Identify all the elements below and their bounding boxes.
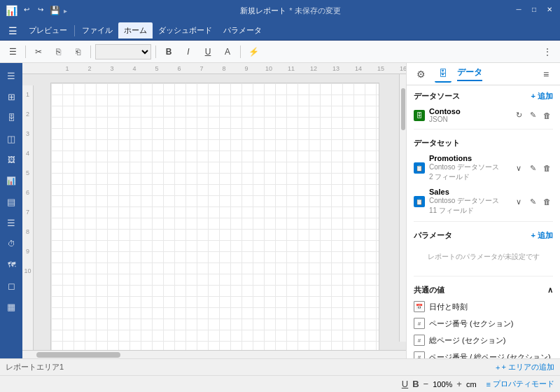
panel-tab-settings[interactable]: ⚙	[412, 66, 429, 83]
datasource-delete-btn[interactable]: 🗑	[540, 109, 553, 122]
h-scrollbar[interactable]	[22, 350, 406, 358]
dataset-promotions-info: Promotions Contoso データソース 2 フィールド	[429, 154, 508, 182]
redo-btn[interactable]: ↪	[36, 6, 46, 15]
zoom-in-btn[interactable]: +	[456, 379, 462, 389]
menu-home[interactable]: ホーム	[118, 22, 153, 38]
datasource-refresh-btn[interactable]: ↻	[512, 109, 525, 122]
sidebar-icon-menu[interactable]: ☰	[1, 66, 21, 85]
panel-tab-data[interactable]: 🗄	[435, 66, 451, 83]
ruler-num-8: 8	[213, 65, 235, 72]
sidebar-icon-table[interactable]: ▤	[1, 192, 21, 211]
cv-total-pages[interactable]: # 総ページ (セクション)	[407, 332, 560, 349]
sidebar-icon-gauge[interactable]: ⏱	[1, 234, 21, 253]
menu-bar: ☰ プレビュー ファイル ホーム ダッシュボード パラメータ	[0, 21, 560, 41]
add-area-icon: +	[496, 363, 500, 372]
ruler-v-3: 3	[26, 130, 29, 137]
toolbar-copy-btn[interactable]: ⎘	[50, 43, 66, 60]
dataset-sales-info: Sales Contoso データソース 11 フィールド	[429, 188, 508, 216]
separator-1	[74, 25, 75, 36]
report-canvas[interactable]	[50, 83, 379, 350]
status-right: + + エリアの追加	[496, 362, 554, 372]
toolbar-more-btn[interactable]: ⋮	[539, 43, 556, 60]
sidebar-icon-image[interactable]: 🖼	[1, 150, 21, 169]
datasource-actions: ↻ ✎ 🗑	[512, 109, 553, 122]
dataset-sales: 📋 Sales Contoso データソース 11 フィールド ∨ ✎ 🗑	[407, 185, 560, 218]
ruler-num-6: 6	[168, 65, 190, 72]
ruler-numbers: 1 2 3 4 5 6 7 8 9 10 11 12 13 14 15 16 1…	[56, 65, 406, 72]
common-values-header: 共通の値 ∧	[407, 279, 560, 298]
parameters-label: パラメータ	[414, 230, 452, 241]
sidebar-icon-layers[interactable]: ◫	[1, 129, 21, 148]
cv-page-number[interactable]: # ページ番号 (セクション)	[407, 315, 560, 332]
cv-page-of-total-label: ページ番号 / 総ページ (セクション)	[429, 352, 551, 359]
minimize-btn[interactable]: ─	[514, 6, 524, 15]
cv-datetime-icon: 📅	[414, 301, 425, 312]
sidebar-icon-shape[interactable]: ◻	[1, 276, 21, 295]
canvas-viewport	[34, 74, 406, 350]
dataset-promotions-edit-btn[interactable]: ✎	[526, 162, 539, 174]
menu-dashboard[interactable]: ダッシュボード	[153, 22, 218, 38]
ruler-num-2: 2	[78, 65, 101, 72]
bold-btn[interactable]: B	[412, 379, 419, 389]
zoom-out-btn[interactable]: −	[424, 379, 429, 389]
ruler-v-7: 7	[26, 209, 29, 216]
toolbar-italic-btn[interactable]: I	[180, 43, 197, 60]
parameters-empty-text: レポートのパラメータが未設定です	[414, 246, 553, 267]
common-values-collapse-btn[interactable]: ∧	[547, 286, 553, 295]
toolbar-hamburger-btn[interactable]: ☰	[4, 43, 21, 60]
ruler-v-8: 8	[26, 228, 29, 235]
font-select[interactable]	[95, 44, 151, 59]
v-scrollbar-thumb[interactable]	[401, 88, 405, 130]
maximize-btn[interactable]: □	[529, 6, 539, 15]
parameters-add-btn[interactable]: + 追加	[531, 230, 553, 241]
v-scrollbar[interactable]	[399, 74, 406, 342]
dataset-sales-delete-btn[interactable]: 🗑	[540, 195, 553, 208]
toolbar-bold-btn[interactable]: B	[160, 43, 177, 60]
app-logo-icon: 📊	[6, 5, 18, 16]
dataset-promotions-delete-btn[interactable]: 🗑	[540, 162, 553, 174]
menu-hamburger[interactable]: ☰	[3, 22, 23, 39]
cv-datetime[interactable]: 📅 日付と時刻	[407, 298, 560, 315]
datasource-info: Contoso JSON	[429, 107, 508, 123]
sidebar-icon-map[interactable]: 🗺	[1, 255, 21, 274]
toolbar-sep-4	[240, 46, 241, 58]
sidebar-icon-list[interactable]: ☰	[1, 213, 21, 232]
undo-btn[interactable]: ↩	[22, 6, 31, 15]
ruler-vertical: 1 2 3 4 5 6 7 8 9 10	[22, 85, 34, 350]
title-bar: 📊 ↩ ↪ 💾 ▸ 新規レポート * 未保存の変更 ─ □ ✕	[0, 0, 560, 21]
status-left: レポートエリア1	[6, 362, 64, 372]
main-layout: ☰ ⊞ 🗄 ◫ 🖼 📊 ▤ ☰ ⏱ 🗺 ◻ ▦ 1 2 3 4 5 6 7 8 …	[0, 63, 560, 358]
title-bar-right: ─ □ ✕	[514, 6, 554, 15]
dataset-sales-edit-btn[interactable]: ✎	[526, 195, 539, 208]
add-area-btn[interactable]: + + エリアの追加	[496, 362, 554, 372]
dataset-promotions-expand-btn[interactable]: ∨	[512, 162, 525, 174]
h-scrollbar-thumb[interactable]	[36, 352, 120, 358]
preview-btn[interactable]: プレビュー	[23, 22, 73, 38]
underline-btn[interactable]: U	[402, 379, 408, 389]
panel-tab-layout[interactable]: ≡	[538, 66, 554, 83]
toolbar-underline-btn[interactable]: U	[200, 43, 216, 60]
datasources-add-btn[interactable]: + 追加	[531, 91, 553, 102]
datasource-edit-btn[interactable]: ✎	[526, 109, 539, 122]
panel-tab-data-label[interactable]: データ	[457, 66, 482, 81]
menu-parameters[interactable]: パラメータ	[218, 22, 267, 38]
properties-mode-btn[interactable]: ≡ プロパティモード	[486, 379, 554, 389]
dataset-promotions: 📋 Promotions Contoso データソース 2 フィールド ∨ ✎ …	[407, 151, 560, 185]
sidebar-icon-chart[interactable]: 📊	[1, 171, 21, 190]
toolbar-cut-btn[interactable]: ✂	[30, 43, 47, 60]
menu-file[interactable]: ファイル	[76, 22, 118, 38]
toolbar-font-color-btn[interactable]: A	[219, 43, 236, 60]
save-icon[interactable]: 💾	[50, 6, 59, 15]
toolbar-paste-btn[interactable]: ⎗	[69, 43, 86, 60]
dataset-sales-expand-btn[interactable]: ∨	[512, 195, 525, 208]
sidebar-icon-grid[interactable]: ⊞	[1, 87, 21, 106]
sidebar-icon-data[interactable]: 🗄	[1, 108, 21, 127]
datasource-type: JSON	[429, 115, 508, 123]
cv-total-pages-label: 総ページ (セクション)	[429, 335, 505, 346]
ruler-num-1: 1	[56, 65, 78, 72]
toolbar-effects-btn[interactable]: ⚡	[245, 43, 262, 60]
close-btn[interactable]: ✕	[545, 6, 554, 15]
sidebar-icon-barcode[interactable]: ▦	[1, 297, 21, 316]
cv-page-of-total[interactable]: # ページ番号 / 総ページ (セクション)	[407, 349, 560, 358]
divider-2	[414, 221, 553, 222]
